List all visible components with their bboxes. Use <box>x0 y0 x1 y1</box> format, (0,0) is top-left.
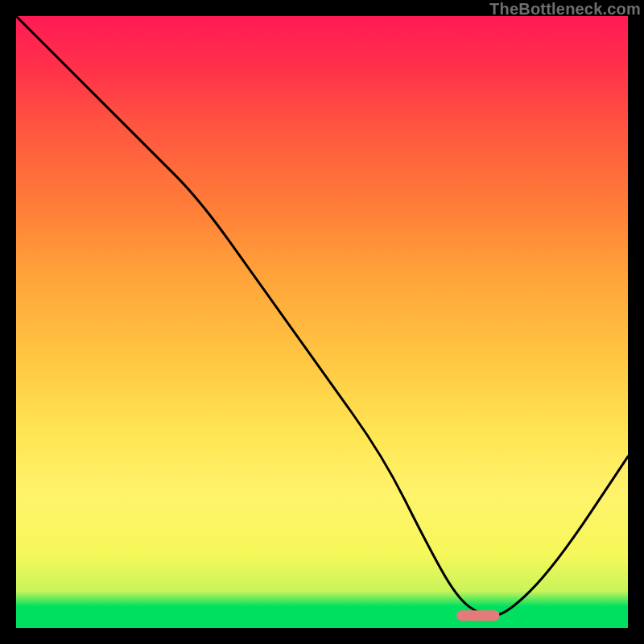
chart-frame <box>16 16 628 628</box>
bottleneck-curve-path <box>16 16 628 616</box>
chart-svg <box>16 16 628 628</box>
optimum-marker <box>456 610 499 621</box>
